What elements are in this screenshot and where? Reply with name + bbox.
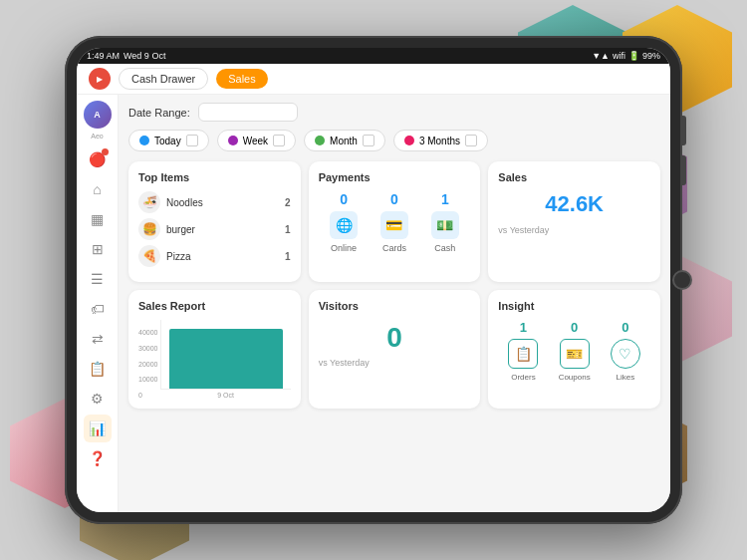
likes-value: 0 <box>611 320 640 335</box>
online-icon: 🌐 <box>330 211 358 239</box>
sidebar-icon-sales[interactable]: 📊 <box>84 415 112 442</box>
status-left: 1:49 AM Wed 9 Oct <box>87 51 165 61</box>
tablet-frame: 1:49 AM Wed 9 Oct ▼▲ wifi 🔋 99% ▶ Cash D… <box>65 36 682 524</box>
tablet-screen: 1:49 AM Wed 9 Oct ▼▲ wifi 🔋 99% ▶ Cash D… <box>77 48 670 512</box>
likes-label: Likes <box>611 373 640 382</box>
home-button[interactable] <box>672 270 692 290</box>
today-checkbox[interactable] <box>186 135 198 146</box>
visitors-value: 0 <box>319 322 471 354</box>
pizza-count: 1 <box>285 251 291 262</box>
sidebar-icon-help[interactable]: ❓ <box>84 444 112 472</box>
chart-bars-container: 9 Oct <box>160 320 290 399</box>
avatar[interactable]: A <box>84 101 112 129</box>
today-label: Today <box>154 136 181 146</box>
period-3months[interactable]: 3 Months <box>393 130 488 151</box>
sales-card: Sales 42.6K vs Yesterday <box>488 161 660 282</box>
week-checkbox[interactable] <box>273 135 285 146</box>
sidebar-icon-tag[interactable]: 🏷 <box>84 295 112 323</box>
status-time: 1:49 AM <box>87 51 120 61</box>
volume-up-button[interactable] <box>682 116 686 145</box>
month-dot <box>315 136 325 145</box>
x-label: 9 Oct <box>160 392 290 399</box>
chart-bars <box>160 320 290 390</box>
sales-report-card: Sales Report 40000 30000 20000 10000 0 <box>128 290 301 409</box>
online-value: 0 <box>330 191 358 207</box>
payment-online: 0 🌐 Online <box>330 191 358 253</box>
visitors-title: Visitors <box>319 300 471 312</box>
sales-report-title: Sales Report <box>138 300 291 312</box>
period-month[interactable]: Month <box>304 130 385 151</box>
noodles-count: 2 <box>285 197 291 208</box>
cards-label: Cards <box>380 243 408 253</box>
sidebar-icon-notification[interactable]: 🔴 <box>84 145 112 173</box>
sidebar-icon-home[interactable]: ⌂ <box>84 175 112 203</box>
week-label: Week <box>243 136 268 146</box>
battery-percent: 99% <box>642 51 660 61</box>
y-label-0: 0 <box>138 392 157 399</box>
payments-numbers: 0 🌐 Online 0 💳 Cards 1 💵 <box>319 191 471 253</box>
sidebar-icon-register[interactable]: ▦ <box>84 205 112 233</box>
cards-value: 0 <box>380 191 408 207</box>
period-row: Today Week Month 3 M <box>128 130 660 151</box>
sidebar-icon-menu[interactable]: ☰ <box>84 265 112 293</box>
main-layout: A Aeo 🔴 ⌂ ▦ ⊞ ☰ 🏷 ⇄ 📋 ⚙ 📊 ❓ Date Range: <box>77 95 670 512</box>
coupons-label: Coupons <box>559 373 591 382</box>
orders-icon: 📋 <box>508 339 538 369</box>
cash-label: Cash <box>431 243 459 253</box>
online-label: Online <box>330 243 358 253</box>
orders-value: 1 <box>508 320 538 335</box>
y-label-2: 20000 <box>138 361 157 368</box>
date-range-row: Date Range: <box>128 103 660 122</box>
top-items-title: Top Items <box>138 171 291 183</box>
date-range-select[interactable] <box>198 103 298 122</box>
sales-value: 42.6K <box>498 191 650 217</box>
sidebar-icon-report[interactable]: 📋 <box>84 355 112 383</box>
visitors-card: Visitors 0 vs Yesterday <box>309 290 481 409</box>
orders-label: Orders <box>508 373 538 382</box>
cards-icon: 💳 <box>380 211 408 239</box>
sidebar: A Aeo 🔴 ⌂ ▦ ⊞ ☰ 🏷 ⇄ 📋 ⚙ 📊 ❓ <box>77 95 119 512</box>
sales-title: Sales <box>498 171 650 183</box>
3months-dot <box>404 136 414 145</box>
food-item-2: 🍕 Pizza 1 <box>138 245 291 267</box>
food-item-0: 🍜 Noodles 2 <box>138 191 291 213</box>
month-checkbox[interactable] <box>363 135 374 146</box>
wifi-icon: wifi <box>613 51 625 61</box>
y-label-4: 40000 <box>138 329 157 336</box>
today-dot <box>139 136 149 145</box>
cash-drawer-tab[interactable]: Cash Drawer <box>119 68 208 90</box>
insight-title: Insight <box>498 300 650 312</box>
date-range-label: Date Range: <box>128 107 190 119</box>
top-items-card: Top Items 🍜 Noodles 2 🍔 burger 1 🍕 <box>128 161 301 282</box>
period-today[interactable]: Today <box>128 130 209 151</box>
chart-area: 40000 30000 20000 10000 0 9 Oct <box>138 320 291 399</box>
payments-title: Payments <box>319 171 471 183</box>
coupons-value: 0 <box>559 320 591 335</box>
payments-card: Payments 0 🌐 Online 0 💳 Cards <box>309 161 481 282</box>
cash-icon: 💵 <box>431 211 459 239</box>
pizza-name: Pizza <box>166 251 279 262</box>
sales-vs-yesterday: vs Yesterday <box>498 225 650 235</box>
sidebar-icon-settings[interactable]: ⚙ <box>84 385 112 413</box>
coupons-icon: 🎫 <box>560 339 590 369</box>
sidebar-icon-qr[interactable]: ⊞ <box>84 235 112 263</box>
signal-icon: ▼▲ <box>592 51 610 61</box>
y-label-3: 30000 <box>138 345 157 352</box>
sales-tab[interactable]: Sales <box>216 69 268 89</box>
3months-label: 3 Months <box>419 136 460 146</box>
period-week[interactable]: Week <box>217 130 296 151</box>
visitors-vs-yesterday: vs Yesterday <box>319 358 471 368</box>
cash-value: 1 <box>431 191 459 207</box>
payment-cards: 0 💳 Cards <box>380 191 408 253</box>
sidebar-icon-transfer[interactable]: ⇄ <box>84 325 112 353</box>
status-right: ▼▲ wifi 🔋 99% <box>592 51 660 61</box>
volume-down-button[interactable] <box>682 155 686 185</box>
burger-icon: 🍔 <box>138 218 160 240</box>
play-button[interactable]: ▶ <box>89 68 111 90</box>
3months-checkbox[interactable] <box>465 135 477 146</box>
burger-name: burger <box>166 224 279 235</box>
user-label: Aeo <box>91 133 103 140</box>
food-item-1: 🍔 burger 1 <box>138 218 291 240</box>
y-label-1: 10000 <box>138 376 157 383</box>
insight-row: 1 📋 Orders 0 🎫 Coupons 0 ♡ <box>498 320 650 382</box>
